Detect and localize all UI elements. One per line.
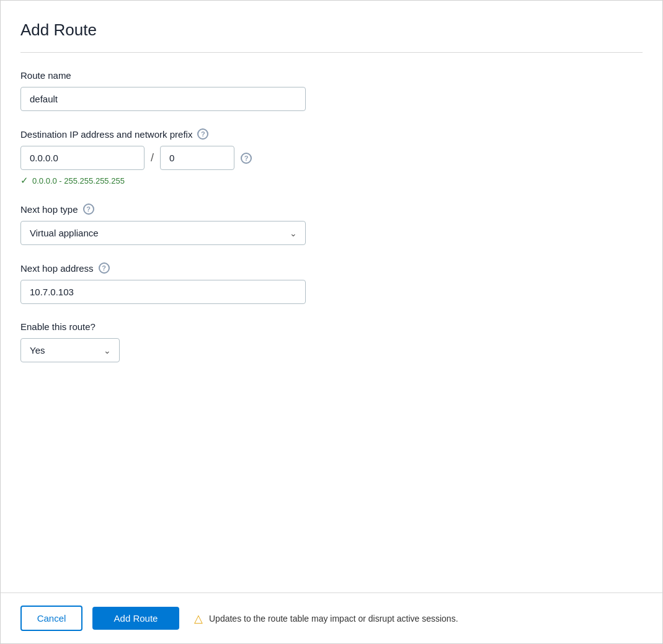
route-name-input[interactable]: [20, 87, 306, 111]
check-icon: ✓: [20, 175, 29, 186]
enable-route-select[interactable]: Yes No: [20, 338, 120, 362]
enable-route-label: Enable this route?: [20, 321, 643, 332]
dest-ip-input[interactable]: [20, 146, 145, 170]
enable-route-select-wrapper: Yes No ⌄: [20, 338, 120, 362]
enable-route-group: Enable this route? Yes No ⌄: [20, 321, 643, 362]
next-hop-address-group: Next hop address ?: [20, 262, 643, 304]
dest-ip-label: Destination IP address and network prefi…: [20, 128, 643, 140]
next-hop-type-select-wrapper: Virtual appliance Internet Virtual netwo…: [20, 221, 306, 245]
add-route-button[interactable]: Add Route: [92, 607, 179, 630]
cancel-button[interactable]: Cancel: [20, 606, 82, 631]
warning-message: △ Updates to the route table may impact …: [194, 612, 458, 625]
slash-separator: /: [151, 151, 154, 164]
route-name-group: Route name: [20, 70, 643, 111]
warning-icon: △: [194, 612, 203, 625]
dest-ip-group: Destination IP address and network prefi…: [20, 128, 643, 186]
dest-ip-help-icon[interactable]: ?: [197, 128, 208, 140]
route-name-label: Route name: [20, 70, 643, 81]
next-hop-type-label: Next hop type ?: [20, 203, 643, 215]
prefix-help-icon[interactable]: ?: [241, 153, 252, 164]
modal-container: Add Route Route name Destination IP addr…: [0, 0, 663, 644]
warning-text: Updates to the route table may impact or…: [209, 614, 458, 624]
network-prefix-input[interactable]: [160, 146, 234, 170]
modal-body: Add Route Route name Destination IP addr…: [1, 1, 662, 593]
modal-footer: Cancel Add Route △ Updates to the route …: [1, 593, 662, 643]
ip-prefix-row: / ?: [20, 146, 643, 170]
next-hop-address-help-icon[interactable]: ?: [99, 262, 110, 274]
divider: [20, 52, 643, 53]
next-hop-type-group: Next hop type ? Virtual appliance Intern…: [20, 203, 643, 245]
next-hop-address-input[interactable]: [20, 280, 306, 304]
ip-validation: ✓ 0.0.0.0 - 255.255.255.255: [20, 175, 643, 186]
next-hop-type-help-icon[interactable]: ?: [83, 203, 94, 215]
next-hop-address-label: Next hop address ?: [20, 262, 643, 274]
page-title: Add Route: [20, 20, 643, 40]
next-hop-type-select[interactable]: Virtual appliance Internet Virtual netwo…: [20, 221, 306, 245]
